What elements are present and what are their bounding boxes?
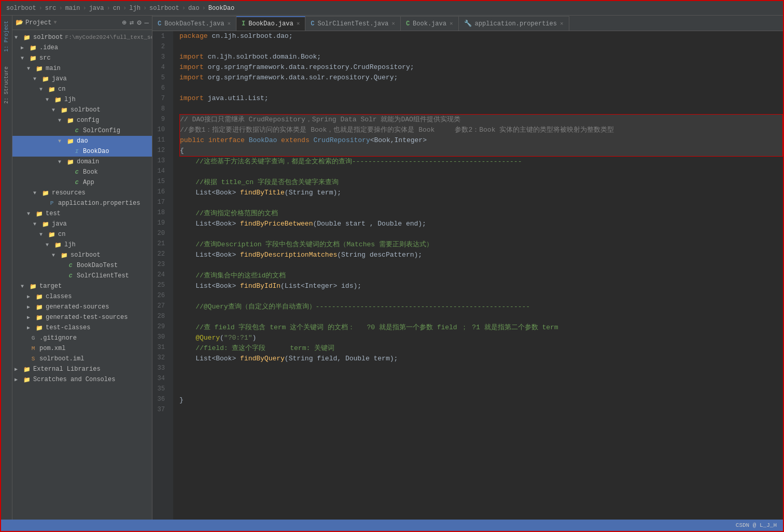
code-token: //查询集合中的这些id的文档	[179, 271, 286, 281]
tree-label: ljh	[64, 241, 76, 248]
tree-item[interactable]: ▼📁src	[12, 53, 152, 63]
tree-item[interactable]: ▼📁resources	[12, 188, 152, 198]
line-number: 19	[152, 218, 169, 228]
tree-icon: I	[73, 148, 81, 155]
line-number: 10	[152, 124, 169, 135]
tab-close-button[interactable]: ×	[450, 21, 453, 27]
tree-label: SolrClientTest	[77, 272, 129, 279]
tree-item[interactable]: ▼📁ljh	[12, 240, 152, 250]
tree-item[interactable]: ▼📁solrbootF:\myCode2024\full_text_search…	[12, 32, 152, 43]
line-number: 7	[152, 93, 169, 104]
tree-item[interactable]: G.gitignore	[12, 333, 152, 343]
editor-tab-4[interactable]: 🔧application.properties×	[459, 16, 569, 31]
tree-label: test	[46, 210, 61, 217]
tree-label: ljh	[64, 96, 76, 103]
code-token: public	[180, 135, 204, 146]
tree-item[interactable]: ▼📁main	[12, 63, 152, 74]
tree-item[interactable]: ▼📁cn	[12, 229, 152, 240]
tree-item[interactable]: ▶📁Scratches and Consoles	[12, 374, 152, 385]
line-number: 11	[152, 135, 169, 145]
tab-icon: I	[242, 20, 245, 27]
code-line	[179, 167, 783, 177]
tree-label: generated-sources	[46, 303, 109, 311]
tree-arrow-icon: ▼	[27, 66, 35, 72]
line-number: 12	[152, 145, 169, 156]
tree-icon: C	[66, 272, 75, 279]
tree-item[interactable]: ▼📁domain	[12, 157, 152, 167]
tree-item[interactable]: Ssolrboot.iml	[12, 354, 152, 364]
structure-tab[interactable]: 2: Structure	[3, 64, 10, 106]
tree-item[interactable]: ▼📁dao	[12, 136, 152, 146]
tree-item[interactable]: CApp	[12, 177, 152, 188]
tree-item[interactable]: Mpom.xml	[12, 343, 152, 354]
tree-icon: 📁	[48, 86, 56, 93]
tab-close-button[interactable]: ×	[227, 21, 231, 27]
tree-item[interactable]: ▼📁java	[12, 74, 152, 84]
sync-icon[interactable]: ⇄	[130, 18, 134, 27]
tree-item[interactable]: Papplication.properties	[12, 198, 152, 208]
tree-item[interactable]: ▼📁test	[12, 208, 152, 219]
line-number: 5	[152, 73, 169, 83]
tree-icon: M	[29, 345, 37, 352]
tree-icon: 📁	[60, 251, 68, 259]
code-token: findByQuery	[240, 354, 285, 364]
tree-item[interactable]: CBookDaoTest	[12, 260, 152, 271]
tree-item[interactable]: ▶📁test-classes	[12, 323, 152, 333]
tree-item[interactable]: ▶📁classes	[12, 291, 152, 302]
code-token: findByTitle	[240, 188, 285, 198]
tree-item[interactable]: ▼📁config	[12, 115, 152, 125]
tree-item[interactable]: ▶📁generated-test-sources	[12, 312, 152, 323]
code-token: cn.ljh.solrboot.domain.Book;	[204, 52, 321, 62]
code-token: cn.ljh.solrboot.dao;	[208, 31, 293, 41]
tree-item[interactable]: ▶📁.idea	[12, 43, 152, 53]
tree-label: solrboot	[33, 34, 63, 41]
line-number: 2	[152, 41, 169, 52]
tree-item[interactable]: CSolrConfig	[12, 125, 152, 136]
editor-tab-1[interactable]: IBookDao.java×	[236, 16, 305, 31]
title-crumb-ljh: ljh	[129, 5, 141, 12]
dropdown-arrow-icon[interactable]: ▼	[53, 20, 57, 25]
tree-arrow-icon: ▼	[58, 118, 66, 123]
editor-tab-0[interactable]: CBookDaoTest.java×	[152, 16, 236, 31]
tab-icon: C	[311, 20, 314, 27]
editor-tab-3[interactable]: CBook.java×	[401, 16, 459, 31]
code-line: //这些基于方法名关键字查询，都是全文检索的查询----------------…	[179, 157, 783, 167]
tree-item[interactable]: CSolrClientTest	[12, 271, 152, 281]
tab-close-button[interactable]: ×	[560, 21, 564, 27]
tab-close-button[interactable]: ×	[297, 21, 300, 27]
code-line	[179, 83, 783, 93]
line-number: 36	[152, 394, 169, 404]
tree-label: generated-test-sources	[46, 314, 128, 321]
tree-arrow-icon: ▶	[27, 314, 35, 320]
code-content[interactable]: package cn.ljh.solrboot.dao; import cn.l…	[173, 31, 783, 520]
tree-arrow-icon: ▼	[33, 221, 41, 227]
tree-item[interactable]: ▼📁target	[12, 281, 152, 291]
tree-label: target	[39, 283, 62, 290]
tree-icon: 📁	[35, 210, 44, 217]
gear-icon[interactable]: ⚙	[137, 18, 141, 27]
add-icon[interactable]: ⊕	[122, 18, 126, 27]
tree-item[interactable]: ▼📁ljh	[12, 94, 152, 105]
code-token: List<Book>	[179, 354, 240, 364]
minimize-icon[interactable]: —	[145, 19, 149, 27]
project-tab[interactable]: 1: Project	[3, 19, 10, 54]
tree-item[interactable]: ▼📁solrboot	[12, 105, 152, 115]
editor-tab-2[interactable]: CSolrClientTest.java×	[305, 16, 401, 31]
tree-item[interactable]: ▼📁cn	[12, 84, 152, 94]
code-line	[179, 229, 783, 240]
title-crumb-bookdao: BookDao	[208, 5, 234, 12]
tree-item[interactable]: ▶📁External Libraries	[12, 364, 152, 374]
tree-item[interactable]: CBook	[12, 167, 152, 177]
tab-close-button[interactable]: ×	[391, 21, 395, 27]
tree-item[interactable]: ▼📁solrboot	[12, 250, 152, 260]
code-token: //这些基于方法名关键字查询，都是全文检索的查询----------------…	[179, 157, 522, 167]
code-line: import org.springframework.data.solr.rep…	[179, 73, 783, 83]
tree-item[interactable]: ▶📁generated-sources	[12, 302, 152, 312]
code-token: //根据 title_cn 字段是否包含关键字来查询	[179, 177, 339, 188]
left-strip: 1: Project 2: Structure	[1, 16, 12, 520]
code-line: List<Book> findByDescriptionMatches(Stri…	[179, 250, 783, 260]
tab-label: SolrClientTest.java	[317, 20, 388, 27]
tree-item[interactable]: ▼📁java	[12, 219, 152, 229]
code-token: )	[252, 333, 256, 343]
tree-item[interactable]: IBookDao	[12, 146, 152, 157]
